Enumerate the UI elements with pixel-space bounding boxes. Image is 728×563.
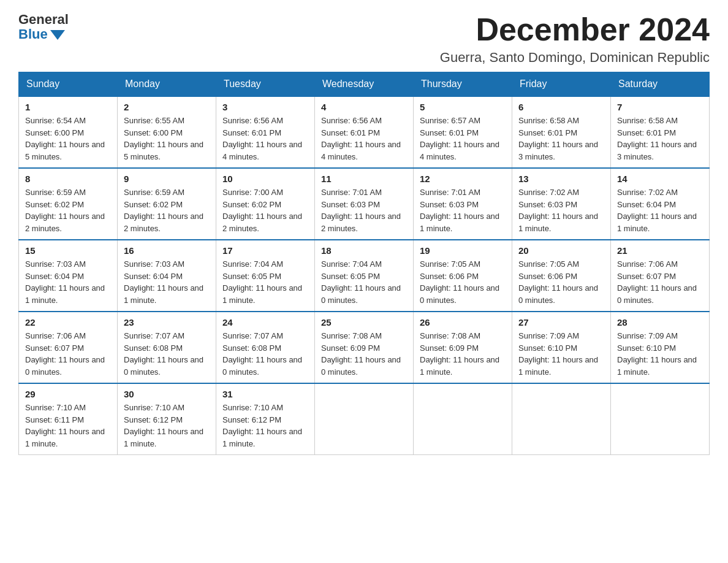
header-wednesday: Wednesday	[315, 72, 414, 97]
day-info: Sunrise: 7:02 AMSunset: 6:04 PMDaylight:…	[617, 186, 703, 234]
day-info: Sunrise: 7:06 AMSunset: 6:07 PMDaylight:…	[25, 330, 111, 378]
day-info: Sunrise: 6:56 AMSunset: 6:01 PMDaylight:…	[321, 115, 407, 163]
day-info: Sunrise: 7:00 AMSunset: 6:02 PMDaylight:…	[222, 186, 308, 234]
table-row: 24 Sunrise: 7:07 AMSunset: 6:08 PMDaylig…	[216, 312, 315, 383]
day-number: 31	[222, 389, 308, 399]
day-info: Sunrise: 7:09 AMSunset: 6:10 PMDaylight:…	[518, 330, 604, 378]
day-info: Sunrise: 7:07 AMSunset: 6:08 PMDaylight:…	[222, 330, 308, 378]
table-row: 17 Sunrise: 7:04 AMSunset: 6:05 PMDaylig…	[216, 240, 315, 312]
day-number: 22	[25, 317, 111, 327]
table-row: 12 Sunrise: 7:01 AMSunset: 6:03 PMDaylig…	[414, 168, 512, 240]
table-row	[315, 383, 414, 455]
day-info: Sunrise: 6:59 AMSunset: 6:02 PMDaylight:…	[25, 186, 111, 234]
table-row: 18 Sunrise: 7:04 AMSunset: 6:05 PMDaylig…	[315, 240, 414, 312]
day-number: 15	[25, 245, 111, 256]
header-friday: Friday	[512, 72, 611, 97]
day-info: Sunrise: 7:09 AMSunset: 6:10 PMDaylight:…	[617, 330, 703, 378]
logo-general-text: General	[18, 12, 69, 27]
day-info: Sunrise: 7:08 AMSunset: 6:09 PMDaylight:…	[420, 330, 506, 378]
table-row: 31 Sunrise: 7:10 AMSunset: 6:12 PMDaylig…	[216, 383, 315, 455]
day-info: Sunrise: 6:54 AMSunset: 6:00 PMDaylight:…	[25, 115, 111, 163]
calendar-week-row: 1 Sunrise: 6:54 AMSunset: 6:00 PMDayligh…	[19, 96, 710, 168]
day-info: Sunrise: 6:57 AMSunset: 6:01 PMDaylight:…	[420, 115, 506, 163]
table-row: 14 Sunrise: 7:02 AMSunset: 6:04 PMDaylig…	[611, 168, 710, 240]
day-info: Sunrise: 7:05 AMSunset: 6:06 PMDaylight:…	[420, 258, 506, 306]
day-number: 8	[25, 174, 111, 184]
day-info: Sunrise: 7:07 AMSunset: 6:08 PMDaylight:…	[124, 330, 210, 378]
day-number: 17	[222, 245, 308, 256]
logo: General Blue	[18, 12, 69, 42]
calendar-week-row: 22 Sunrise: 7:06 AMSunset: 6:07 PMDaylig…	[19, 312, 710, 383]
day-number: 24	[222, 317, 308, 327]
day-number: 18	[321, 245, 407, 256]
day-number: 12	[420, 174, 506, 184]
table-row: 21 Sunrise: 7:06 AMSunset: 6:07 PMDaylig…	[611, 240, 710, 312]
day-number: 2	[124, 102, 210, 112]
calendar-week-row: 15 Sunrise: 7:03 AMSunset: 6:04 PMDaylig…	[19, 240, 710, 312]
day-info: Sunrise: 7:08 AMSunset: 6:09 PMDaylight:…	[321, 330, 407, 378]
table-row: 13 Sunrise: 7:02 AMSunset: 6:03 PMDaylig…	[512, 168, 611, 240]
table-row: 7 Sunrise: 6:58 AMSunset: 6:01 PMDayligh…	[611, 96, 710, 168]
day-number: 10	[222, 174, 308, 184]
day-info: Sunrise: 7:04 AMSunset: 6:05 PMDaylight:…	[222, 258, 308, 306]
day-info: Sunrise: 7:03 AMSunset: 6:04 PMDaylight:…	[124, 258, 210, 306]
header-thursday: Thursday	[414, 72, 512, 97]
header-tuesday: Tuesday	[216, 72, 315, 97]
month-title: December 2024	[440, 12, 710, 47]
table-row: 16 Sunrise: 7:03 AMSunset: 6:04 PMDaylig…	[118, 240, 216, 312]
logo-blue-text: Blue	[18, 27, 69, 42]
day-info: Sunrise: 7:10 AMSunset: 6:12 PMDaylight:…	[124, 402, 210, 450]
header-saturday: Saturday	[611, 72, 710, 97]
day-info: Sunrise: 7:06 AMSunset: 6:07 PMDaylight:…	[617, 258, 703, 306]
day-number: 19	[420, 245, 506, 256]
day-number: 11	[321, 174, 407, 184]
table-row: 30 Sunrise: 7:10 AMSunset: 6:12 PMDaylig…	[118, 383, 216, 455]
table-row: 11 Sunrise: 7:01 AMSunset: 6:03 PMDaylig…	[315, 168, 414, 240]
day-number: 28	[617, 317, 703, 327]
day-number: 25	[321, 317, 407, 327]
day-info: Sunrise: 6:58 AMSunset: 6:01 PMDaylight:…	[617, 115, 703, 163]
table-row: 10 Sunrise: 7:00 AMSunset: 6:02 PMDaylig…	[216, 168, 315, 240]
day-number: 3	[222, 102, 308, 112]
day-number: 5	[420, 102, 506, 112]
header-sunday: Sunday	[19, 72, 118, 97]
day-number: 1	[25, 102, 111, 112]
table-row	[414, 383, 512, 455]
day-info: Sunrise: 6:58 AMSunset: 6:01 PMDaylight:…	[518, 115, 604, 163]
table-row: 1 Sunrise: 6:54 AMSunset: 6:00 PMDayligh…	[19, 96, 118, 168]
logo-triangle-icon	[50, 30, 65, 40]
day-number: 7	[617, 102, 703, 112]
header-monday: Monday	[118, 72, 216, 97]
table-row: 26 Sunrise: 7:08 AMSunset: 6:09 PMDaylig…	[414, 312, 512, 383]
table-row: 6 Sunrise: 6:58 AMSunset: 6:01 PMDayligh…	[512, 96, 611, 168]
day-info: Sunrise: 7:10 AMSunset: 6:11 PMDaylight:…	[25, 402, 111, 450]
calendar-table: Sunday Monday Tuesday Wednesday Thursday…	[18, 72, 710, 455]
day-number: 30	[124, 389, 210, 399]
table-row: 23 Sunrise: 7:07 AMSunset: 6:08 PMDaylig…	[118, 312, 216, 383]
day-number: 29	[25, 389, 111, 399]
page-header: General Blue December 2024 Guerra, Santo…	[18, 12, 710, 66]
day-info: Sunrise: 7:05 AMSunset: 6:06 PMDaylight:…	[518, 258, 604, 306]
day-info: Sunrise: 7:03 AMSunset: 6:04 PMDaylight:…	[25, 258, 111, 306]
table-row	[611, 383, 710, 455]
table-row: 28 Sunrise: 7:09 AMSunset: 6:10 PMDaylig…	[611, 312, 710, 383]
day-info: Sunrise: 7:04 AMSunset: 6:05 PMDaylight:…	[321, 258, 407, 306]
day-number: 20	[518, 245, 604, 256]
title-section: December 2024 Guerra, Santo Domingo, Dom…	[440, 12, 710, 66]
table-row	[512, 383, 611, 455]
day-number: 4	[321, 102, 407, 112]
day-number: 23	[124, 317, 210, 327]
table-row: 9 Sunrise: 6:59 AMSunset: 6:02 PMDayligh…	[118, 168, 216, 240]
calendar-week-row: 8 Sunrise: 6:59 AMSunset: 6:02 PMDayligh…	[19, 168, 710, 240]
calendar-header-row: Sunday Monday Tuesday Wednesday Thursday…	[19, 72, 710, 97]
table-row: 15 Sunrise: 7:03 AMSunset: 6:04 PMDaylig…	[19, 240, 118, 312]
day-number: 6	[518, 102, 604, 112]
table-row: 4 Sunrise: 6:56 AMSunset: 6:01 PMDayligh…	[315, 96, 414, 168]
table-row: 22 Sunrise: 7:06 AMSunset: 6:07 PMDaylig…	[19, 312, 118, 383]
day-number: 27	[518, 317, 604, 327]
day-info: Sunrise: 7:10 AMSunset: 6:12 PMDaylight:…	[222, 402, 308, 450]
table-row: 27 Sunrise: 7:09 AMSunset: 6:10 PMDaylig…	[512, 312, 611, 383]
day-number: 26	[420, 317, 506, 327]
day-number: 16	[124, 245, 210, 256]
table-row: 20 Sunrise: 7:05 AMSunset: 6:06 PMDaylig…	[512, 240, 611, 312]
